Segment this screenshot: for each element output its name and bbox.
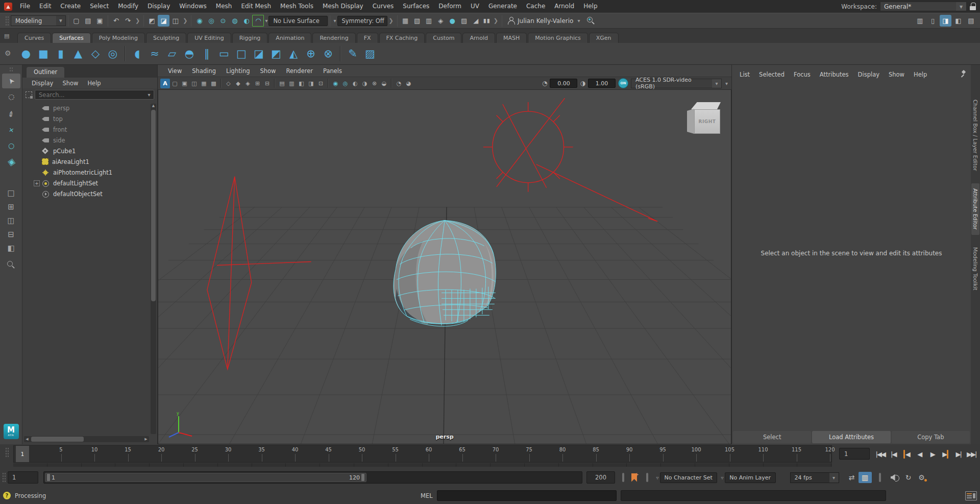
- exposure-icon[interactable]: ◔: [542, 80, 547, 87]
- viewport-toolbar-icon[interactable]: [274, 79, 275, 88]
- chevron-down-icon[interactable]: ▾: [829, 473, 839, 483]
- chevron-down-icon[interactable]: ▾: [333, 18, 336, 23]
- layout-single-pane[interactable]: □: [3, 186, 20, 199]
- render-settings-icon[interactable]: ◈: [435, 15, 447, 27]
- viewport-toolbar-icon[interactable]: ◉: [331, 79, 340, 88]
- loft-icon[interactable]: ≈: [146, 45, 163, 62]
- shelf-tab[interactable]: Rendering: [312, 33, 355, 43]
- mute-audio-icon[interactable]: [891, 474, 899, 482]
- menu-item[interactable]: Edit: [35, 0, 56, 13]
- shelf-tab[interactable]: FX Caching: [379, 33, 425, 43]
- snap-to-point-icon[interactable]: ⊙: [217, 15, 229, 27]
- attribute-editor-toggle-icon[interactable]: ◧: [952, 15, 964, 27]
- character-set-selector[interactable]: No Character Set: [660, 472, 717, 483]
- chevron-down-icon[interactable]: ▾: [265, 18, 267, 23]
- step-back-frame-button[interactable]: |◀: [887, 446, 900, 463]
- snap-to-curve-icon[interactable]: ◎: [205, 15, 217, 27]
- range-slider-track[interactable]: 1 120: [43, 471, 582, 484]
- select-hierarchy-icon[interactable]: ◩: [146, 15, 158, 27]
- new-scene-icon[interactable]: ▢: [70, 15, 82, 27]
- layout-two-pane-side-by-side[interactable]: ◫: [3, 214, 20, 227]
- layout-two-pane-stacked[interactable]: ⊟: [3, 228, 20, 241]
- viewport-toolbar-icon[interactable]: ⊞: [253, 79, 262, 88]
- color-management-toggle[interactable]: ON: [618, 78, 628, 88]
- expand-icon[interactable]: [34, 170, 40, 176]
- hypershade-icon[interactable]: ◢: [470, 15, 482, 27]
- drag-handle[interactable]: [9, 67, 13, 72]
- viewport-canvas[interactable]: RIGHT y persp: [158, 90, 731, 444]
- viewport-toolbar-icon[interactable]: ◎: [340, 79, 350, 88]
- redo-icon[interactable]: ↷: [122, 15, 134, 27]
- modeling-toolkit-toggle-icon[interactable]: ▥: [914, 15, 926, 27]
- layout-outliner-persp[interactable]: ◧: [3, 242, 20, 254]
- shelf-tab[interactable]: Custom: [426, 33, 461, 43]
- outliner-item[interactable]: + defaultLightSet: [22, 178, 150, 188]
- viewport-toolbar-icon[interactable]: ⊡: [316, 79, 326, 88]
- search-icon[interactable]: [587, 17, 595, 25]
- attribute-editor-menu-item[interactable]: Attributes: [815, 71, 853, 78]
- range-end-handle[interactable]: [361, 474, 364, 481]
- project-curve-icon[interactable]: ⊕: [302, 45, 320, 62]
- expand-icon[interactable]: +: [34, 180, 40, 186]
- paint-select-tool[interactable]: ✎: [2, 106, 20, 121]
- shelf-tab[interactable]: Arnold: [462, 33, 495, 43]
- shelf-item-icon[interactable]: [125, 46, 126, 61]
- drag-handle[interactable]: [5, 16, 9, 26]
- current-frame-indicator[interactable]: 1: [16, 446, 29, 462]
- menu-item[interactable]: Help: [579, 0, 602, 13]
- colorspace-selector[interactable]: ACES 1.0 SDR-video (sRGB) ▾: [631, 79, 722, 88]
- viewport-toolbar-icon[interactable]: [328, 79, 329, 88]
- view-cube-front-face[interactable]: RIGHT: [694, 109, 720, 134]
- workspace-lock-icon[interactable]: [970, 3, 976, 10]
- symmetry-field[interactable]: Symmetry: Off: [337, 16, 387, 26]
- nurbs-cylinder-icon[interactable]: ▮: [52, 45, 69, 62]
- sculpt-surface-icon[interactable]: ◭: [285, 45, 302, 62]
- range-start-handle[interactable]: [47, 474, 50, 481]
- viewport-toolbar-icon[interactable]: [220, 79, 222, 88]
- attribute-editor-button[interactable]: Select: [733, 431, 811, 443]
- shelf-tab[interactable]: XGen: [589, 33, 619, 43]
- viewport-toolbar-icon[interactable]: ◐: [350, 79, 360, 88]
- chevron-down-icon[interactable]: ▾: [712, 79, 721, 88]
- drag-handle[interactable]: [2, 472, 6, 483]
- play-forwards-button[interactable]: ▶: [926, 446, 939, 463]
- display-render-settings-icon[interactable]: ●: [447, 15, 458, 27]
- view-cube-top-face[interactable]: [691, 102, 721, 109]
- lasso-select-tool[interactable]: ◌: [2, 90, 20, 105]
- viewport-toolbar-icon[interactable]: ▤: [277, 79, 287, 88]
- chevron-down-icon[interactable]: ▿: [656, 475, 659, 481]
- slider-handle[interactable]: [646, 473, 648, 482]
- square-icon[interactable]: □: [233, 45, 250, 62]
- nurbs-plane-icon[interactable]: ◇: [87, 45, 104, 62]
- select-camera-icon[interactable]: A: [160, 79, 170, 88]
- expand-icon[interactable]: [34, 116, 40, 122]
- viewport-toolbar-icon[interactable]: ◒: [379, 79, 389, 88]
- thumbtack-icon[interactable]: [959, 70, 967, 78]
- shelf-tab[interactable]: Sculpting: [146, 33, 186, 43]
- chevron-down-icon[interactable]: ▾: [577, 18, 580, 23]
- menu-item[interactable]: Mesh Tools: [276, 0, 318, 13]
- menu-item[interactable]: UV: [466, 0, 484, 13]
- select-tool[interactable]: ➤: [2, 74, 20, 88]
- revolve-icon[interactable]: ◖: [129, 45, 146, 62]
- go-to-start-button[interactable]: |◀◀: [874, 446, 887, 463]
- viewport-toolbar-icon[interactable]: ▢: [170, 79, 180, 88]
- live-surface-field[interactable]: No Live Surface: [268, 16, 328, 26]
- shelf-tab[interactable]: Surfaces: [52, 33, 91, 43]
- attribute-editor-menu-item[interactable]: Help: [909, 71, 932, 78]
- bevel-icon[interactable]: ◪: [250, 45, 267, 62]
- playback-range-bar[interactable]: 1 120: [45, 473, 366, 482]
- viewport-menu-item[interactable]: Shading: [187, 67, 221, 75]
- vertical-scrollbar[interactable]: ▲: [151, 104, 156, 434]
- maya-app-icon[interactable]: [4, 3, 12, 11]
- menu-item[interactable]: Mesh: [211, 0, 237, 13]
- menu-item[interactable]: Surfaces: [398, 0, 434, 13]
- outliner-item[interactable]: top: [22, 113, 150, 124]
- menu-item[interactable]: File: [15, 0, 35, 13]
- shelf-item-icon[interactable]: [340, 46, 341, 61]
- viewport-toolbar-icon[interactable]: ◫: [189, 79, 199, 88]
- auto-keyframe-icon[interactable]: ⚙: [915, 472, 928, 483]
- outliner-item[interactable]: persp: [22, 103, 150, 113]
- go-to-end-button[interactable]: ▶▶|: [965, 446, 978, 463]
- animation-end-field[interactable]: 200: [586, 471, 615, 484]
